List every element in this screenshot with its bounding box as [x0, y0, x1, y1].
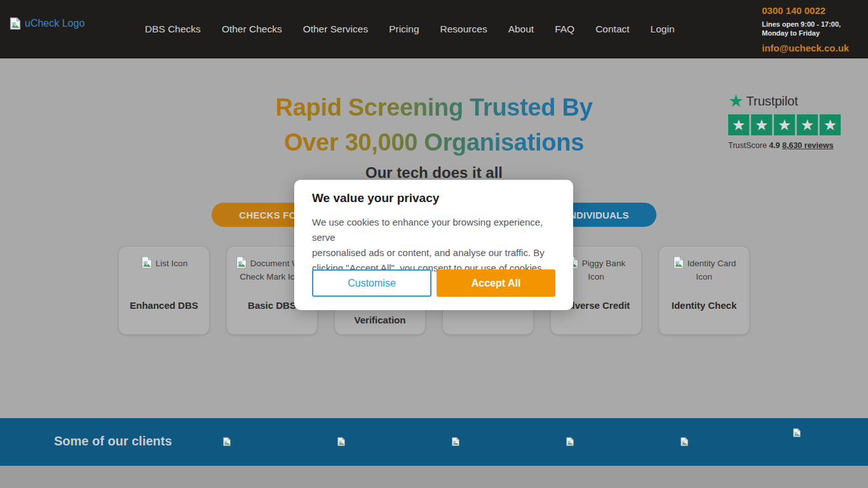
client-logo-broken-image-icon [222, 437, 231, 446]
header-contact-block: 0300 140 0022 Lines open 9:00 - 17:00, M… [762, 5, 860, 53]
reviews-count-link[interactable]: 8,630 reviews [782, 141, 834, 150]
broken-image-icon [140, 256, 153, 269]
broken-image-icon [235, 256, 248, 269]
logo-alt-text: uCheck Logo [25, 18, 85, 29]
trustscore-label: TrustScore [728, 141, 767, 150]
cookie-body-line: personalised ads or content, and analyse… [312, 245, 555, 261]
trustpilot-star: ★ [728, 114, 749, 135]
trustscore-value: 4.9 [769, 141, 780, 150]
clients-heading: Some of our clients [54, 434, 172, 449]
client-logo-broken-image-icon [451, 437, 460, 446]
trustscore-line: TrustScore 4.9 8,630 reviews [728, 141, 841, 150]
phone-link[interactable]: 0300 140 0022 [762, 5, 860, 16]
ucheck-logo-link[interactable]: uCheck Logo [9, 17, 85, 30]
nav-resources[interactable]: Resources [440, 24, 487, 35]
card-title: Enhanced DBS [119, 298, 209, 313]
card-icon-alt: Piggy Bank Icon [582, 259, 625, 281]
cookie-body-line: We use cookies to enhance your browsing … [312, 215, 555, 245]
trustpilot-star: ★ [774, 114, 795, 135]
trustpilot-star: ★ [820, 114, 841, 135]
hero-heading-line2: Over 30,000 Organisations [284, 125, 584, 160]
hero-heading-line1: Rapid Screening Trusted By [276, 90, 593, 125]
footer-strip [0, 466, 868, 488]
card-enhanced-dbs[interactable]: List Icon Enhanced DBS [118, 246, 210, 335]
customise-button[interactable]: Customise [312, 269, 431, 297]
nav-faq[interactable]: FAQ [555, 24, 574, 35]
email-link[interactable]: info@ucheck.co.uk [762, 43, 860, 53]
clients-band: Some of our clients [0, 418, 868, 466]
client-logo-broken-image-icon [792, 428, 801, 437]
client-logo-broken-image-icon [566, 437, 574, 446]
nav-login[interactable]: Login [651, 24, 675, 35]
cookie-modal-body: We use cookies to enhance your browsing … [312, 215, 555, 276]
top-navigation-bar: uCheck Logo DBS Checks Other Checks Othe… [0, 0, 868, 58]
opening-hours-text: Lines open 9:00 - 17:00, Monday to Frida… [762, 20, 860, 37]
nav-other-checks[interactable]: Other Checks [222, 24, 282, 35]
nav-other-services[interactable]: Other Services [303, 24, 369, 35]
trustpilot-widget: ★ Trustpilot ★ ★ ★ ★ ★ TrustScore 4.9 8,… [728, 93, 841, 150]
client-logo-broken-image-icon [680, 437, 689, 446]
trustpilot-star-icon: ★ [728, 93, 743, 109]
trustpilot-star: ★ [751, 114, 772, 135]
cookie-modal-title: We value your privacy [312, 191, 555, 205]
nav-pricing[interactable]: Pricing [389, 24, 419, 35]
main-nav: DBS Checks Other Checks Other Services P… [145, 0, 675, 58]
nav-dbs-checks[interactable]: DBS Checks [145, 24, 201, 35]
broken-image-icon [9, 17, 22, 30]
nav-about[interactable]: About [508, 24, 534, 35]
broken-image-icon [672, 256, 685, 269]
trustpilot-rating-stars: ★ ★ ★ ★ ★ [728, 114, 841, 135]
card-title: Identity Check [659, 298, 749, 313]
trustpilot-star: ★ [797, 114, 818, 135]
card-icon-alt: List Icon [156, 259, 187, 268]
client-logo-broken-image-icon [337, 437, 346, 446]
hero-tagline: Our tech does it all [0, 164, 868, 182]
trustpilot-logo: ★ Trustpilot [728, 93, 841, 109]
card-icon-alt: Identity Card Icon [688, 259, 736, 281]
cookie-modal-buttons: Customise Accept All [312, 269, 555, 297]
nav-contact[interactable]: Contact [595, 24, 629, 35]
ucheck-homepage: uCheck Logo DBS Checks Other Checks Othe… [0, 0, 868, 488]
accept-all-button[interactable]: Accept All [437, 269, 555, 297]
cookie-consent-modal: We value your privacy We use cookies to … [294, 180, 573, 310]
trustpilot-brand-text: Trustpilot [746, 93, 798, 109]
card-identity-check[interactable]: Identity Card Icon Identity Check [658, 246, 750, 335]
